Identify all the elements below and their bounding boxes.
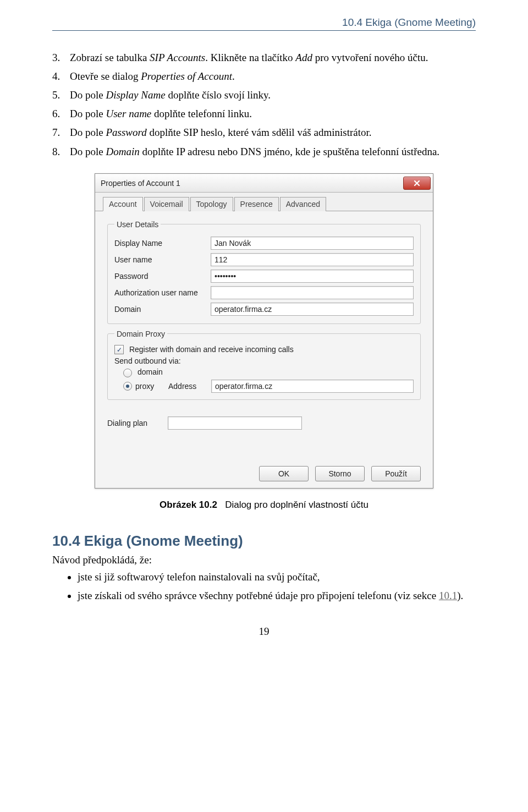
tab-topology[interactable]: Topology	[190, 197, 233, 211]
auth-user-label: Authorization user name	[114, 288, 211, 297]
step-number: 4.	[52, 69, 70, 84]
close-button[interactable]	[403, 177, 431, 190]
step-number: 3.	[52, 50, 70, 65]
list-item: jste si již softwarový telefon nainstalo…	[78, 569, 476, 585]
tab-presence[interactable]: Presence	[234, 197, 279, 211]
page-number: 19	[52, 626, 476, 638]
caption-text: Dialog pro doplnění vlastností účtu	[225, 500, 369, 510]
domain-label: Domain	[114, 305, 211, 314]
step-number: 7.	[52, 125, 70, 140]
user-name-label: User name	[114, 255, 211, 264]
auth-user-field[interactable]	[211, 286, 414, 299]
apply-button[interactable]: Použít	[371, 466, 421, 481]
tab-advanced[interactable]: Advanced	[280, 197, 326, 211]
dialog-titlebar: Properties of Account 1	[95, 174, 433, 193]
step-text: Do pole Domain doplňte IP adresu nebo DN…	[70, 144, 476, 160]
step-text: Do pole Display Name doplňte číslo svojí…	[70, 87, 476, 103]
prerequisite-list: jste si již softwarový telefon nainstalo…	[52, 569, 476, 603]
display-name-label: Display Name	[114, 239, 211, 248]
instruction-step: 3.Zobrazí se tabulka SIP Accounts. Klikn…	[52, 50, 476, 65]
domain-radio[interactable]	[123, 369, 132, 377]
cancel-button[interactable]: Storno	[315, 466, 365, 481]
step-number: 5.	[52, 87, 70, 103]
dialog-title: Properties of Account 1	[101, 179, 180, 188]
instruction-step: 8.Do pole Domain doplňte IP adresu nebo …	[52, 144, 476, 160]
tab-voicemail[interactable]: Voicemail	[144, 197, 189, 211]
proxy-radio[interactable]	[123, 382, 132, 391]
instruction-step: 4.Otevře se dialog Properties of Account…	[52, 69, 476, 84]
domain-field[interactable]: operator.firma.cz	[211, 303, 414, 316]
user-details-legend: User Details	[114, 220, 161, 229]
page-header: 10.4 Ekiga (Gnome Meeting)	[52, 17, 476, 31]
dialing-plan-field[interactable]	[168, 416, 302, 430]
domain-proxy-legend: Domain Proxy	[114, 330, 167, 338]
step-number: 6.	[52, 106, 70, 122]
list-item: jste získali od svého správce všechny po…	[78, 588, 476, 603]
dialing-plan-label: Dialing plan	[107, 419, 168, 427]
password-label: Password	[114, 272, 211, 281]
register-checkbox[interactable]: ✓	[114, 345, 124, 354]
domain-radio-label: domain	[138, 367, 163, 376]
dialog-tabs: AccountVoicemailTopologyPresenceAdvanced	[95, 193, 433, 211]
caption-number: Obrázek 10.2	[160, 500, 217, 510]
proxy-radio-label: proxy	[135, 382, 168, 391]
domain-proxy-group: Domain Proxy ✓ Register with domain and …	[107, 330, 421, 400]
send-outbound-label: Send outbound via:	[114, 356, 414, 365]
user-name-field[interactable]: 112	[211, 253, 414, 266]
address-label: Address	[168, 382, 211, 391]
register-label: Register with domain and receive incomin…	[129, 345, 294, 354]
display-name-field[interactable]: Jan Novák	[211, 237, 414, 250]
user-details-group: User Details Display Name Jan Novák User…	[107, 220, 421, 324]
instruction-steps: 3.Zobrazí se tabulka SIP Accounts. Klikn…	[52, 50, 476, 160]
section-heading: 10.4 Ekiga (Gnome Meeting)	[52, 533, 476, 550]
dialog-screenshot: Properties of Account 1 AccountVoicemail…	[95, 173, 433, 489]
figure-caption: Obrázek 10.2 Dialog pro doplnění vlastno…	[52, 500, 476, 511]
intro-text: Návod předpokládá, že:	[52, 554, 476, 566]
ok-button[interactable]: OK	[259, 466, 309, 481]
instruction-step: 5.Do pole Display Name doplňte číslo svo…	[52, 87, 476, 103]
step-text: Do pole Password doplňte SIP heslo, kter…	[70, 125, 476, 140]
instruction-step: 6.Do pole User name doplňte telefonní li…	[52, 106, 476, 122]
step-text: Do pole User name doplňte telefonní link…	[70, 106, 476, 122]
address-field[interactable]: operator.firma.cz	[211, 380, 414, 393]
close-icon	[413, 180, 421, 186]
instruction-step: 7.Do pole Password doplňte SIP heslo, kt…	[52, 125, 476, 140]
step-number: 8.	[52, 144, 70, 160]
step-text: Zobrazí se tabulka SIP Accounts. Kliknět…	[70, 50, 476, 65]
password-field[interactable]: ••••••••	[211, 270, 414, 283]
step-text: Otevře se dialog Properties of Account.	[70, 69, 476, 84]
tab-account[interactable]: Account	[103, 197, 143, 211]
